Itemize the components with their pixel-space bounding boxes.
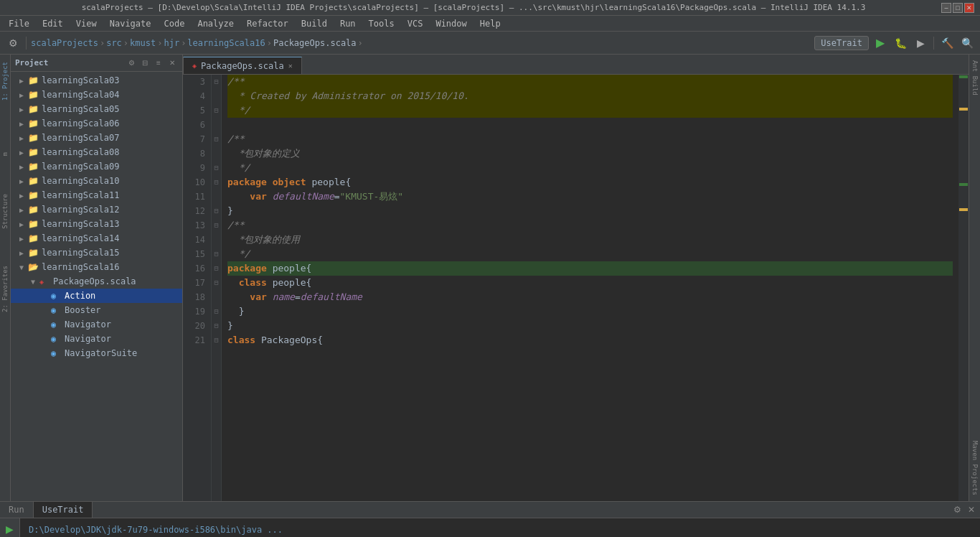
- run-button[interactable]: ▶: [872, 34, 889, 52]
- project-close-btn[interactable]: ✕: [166, 57, 178, 69]
- tab-label: PackageOps.scala: [201, 61, 284, 71]
- bottom-tab-run[interactable]: Run: [0, 502, 34, 518]
- tree-item-action-label: Action: [65, 291, 95, 301]
- folder-icon: 📁: [28, 75, 39, 85]
- toolbar-search-btn[interactable]: 🔍: [958, 34, 976, 52]
- code-content[interactable]: /** * Created by Administrator on 2015/1…: [222, 75, 958, 501]
- main-area: 1: Project m Structure 2: Favorites Proj…: [0, 55, 980, 501]
- tree-item-navigator2[interactable]: ◉ Navigator: [11, 332, 182, 346]
- project-side-label[interactable]: 1: Project: [0, 57, 10, 105]
- folder-icon: 📁: [28, 104, 39, 114]
- tree-item-navigatorsuite[interactable]: ◉ NavigatorSuite: [11, 346, 182, 360]
- project-actions: ⚙ ⊟ ≡ ✕: [126, 57, 178, 69]
- menu-window[interactable]: Window: [430, 17, 472, 30]
- toolbar-settings-btn[interactable]: ⚙: [4, 34, 22, 52]
- sidebar-num2[interactable]: 2: Favorites: [0, 261, 10, 317]
- code-line-19: }: [227, 304, 953, 319]
- arrow-icon: ▼: [19, 263, 28, 271]
- arrow-icon: ▶: [19, 249, 28, 257]
- class-icon: ◉: [51, 291, 62, 301]
- folder-icon: 📁: [28, 190, 39, 200]
- maven-projects-label[interactable]: Maven Projects: [970, 435, 980, 501]
- menu-navigate[interactable]: Navigate: [104, 17, 157, 30]
- tree-item-navigator1[interactable]: ◉ Navigator: [11, 317, 182, 332]
- tree-item-learningScala06[interactable]: ▶ 📁 learningScala06: [11, 116, 182, 131]
- code-line-12: }: [227, 204, 953, 218]
- run-play-btn[interactable]: ▶: [2, 521, 18, 537]
- breadcrumb-src[interactable]: src: [106, 38, 122, 48]
- tree-item-learningScala03[interactable]: ▶ 📁 learningScala03: [11, 73, 182, 88]
- menu-vcs[interactable]: VCS: [402, 17, 429, 30]
- favorites-side-label[interactable]: Structure: [0, 190, 10, 233]
- debug-button[interactable]: 🐛: [892, 34, 909, 52]
- close-button[interactable]: ✕: [964, 3, 974, 13]
- tree-item-learningScala11[interactable]: ▶ 📁 learningScala11: [11, 188, 182, 202]
- fold-column: ⊟ ⊟ ⊟ ⊟ ⊟ ⊟ ⊟ ⊟ ⊟ ⊟ ⊟ ⊟ ⊟: [212, 75, 222, 501]
- menu-view[interactable]: View: [70, 17, 103, 30]
- menu-help[interactable]: Help: [474, 17, 507, 30]
- tree-item-packageops[interactable]: ▼ ◈ PackageOps.scala: [11, 274, 182, 289]
- project-settings-btn[interactable]: ≡: [153, 57, 164, 69]
- folder-icon: 📁: [28, 219, 39, 229]
- run-close-btn[interactable]: ✕: [966, 504, 977, 515]
- gutter-marker: [959, 75, 968, 78]
- project-tree: ▶ 📁 learningScala03 ▶ 📁 learningScala04 …: [11, 72, 182, 501]
- tree-item-learningScala10[interactable]: ▶ 📁 learningScala10: [11, 174, 182, 188]
- menu-run[interactable]: Run: [334, 17, 362, 30]
- class-icon: ◉: [51, 348, 62, 358]
- tree-item-learningScala12[interactable]: ▶ 📁 learningScala12: [11, 202, 182, 217]
- code-editor[interactable]: 3 4 5 6 7 8 9 10 11 12 13 14 15 16 17 18…: [183, 75, 969, 501]
- tree-item-learningScala15[interactable]: ▶ 📁 learningScala15: [11, 246, 182, 260]
- tree-item-learningScala05[interactable]: ▶ 📁 learningScala05: [11, 102, 182, 116]
- minimize-button[interactable]: –: [941, 3, 951, 13]
- maximize-button[interactable]: □: [953, 3, 963, 13]
- menu-refactor[interactable]: Refactor: [241, 17, 294, 30]
- breadcrumb-learningscala16[interactable]: learningScala16: [187, 38, 265, 48]
- folder-icon: 📁: [28, 162, 39, 172]
- ant-build-label[interactable]: Ant Build: [970, 55, 980, 101]
- tree-item-learningScala16[interactable]: ▼ 📂 learningScala16: [11, 260, 182, 274]
- menu-file[interactable]: File: [3, 17, 35, 30]
- menu-tools[interactable]: Tools: [363, 17, 400, 30]
- arrow-icon: ▶: [19, 134, 28, 142]
- tree-item-learningScala13[interactable]: ▶ 📁 learningScala13: [11, 217, 182, 231]
- code-line-9: */: [227, 161, 953, 175]
- class-icon: ◉: [51, 305, 62, 315]
- run-config-name[interactable]: UseTrait: [814, 36, 869, 50]
- breadcrumb: scalaProjects › src › kmust › hjr › lear…: [31, 38, 363, 48]
- breadcrumb-hjr[interactable]: hjr: [164, 38, 179, 48]
- run-settings-btn[interactable]: ⚙: [951, 504, 963, 515]
- project-collapse-btn[interactable]: ⊟: [139, 57, 151, 69]
- menu-code[interactable]: Code: [159, 17, 191, 30]
- bottom-tab-usetrait[interactable]: UseTrait: [34, 502, 93, 518]
- arrow-icon: ▶: [19, 163, 28, 171]
- tree-item-action[interactable]: ◉ Action: [11, 289, 182, 303]
- structure-side-label[interactable]: m: [0, 148, 10, 160]
- project-gear-btn[interactable]: ⚙: [126, 57, 137, 69]
- code-line-18: var name = defaultName: [227, 290, 953, 304]
- menu-edit[interactable]: Edit: [37, 17, 69, 30]
- tree-item-learningScala04[interactable]: ▶ 📁 learningScala04: [11, 88, 182, 102]
- tree-item-learningScala07[interactable]: ▶ 📁 learningScala07: [11, 131, 182, 145]
- menu-build[interactable]: Build: [296, 17, 333, 30]
- tree-item-learningScala09[interactable]: ▶ 📁 learningScala09: [11, 159, 182, 174]
- toolbar-build-btn[interactable]: 🔨: [938, 34, 956, 52]
- breadcrumb-project[interactable]: scalaProjects: [31, 38, 98, 48]
- breadcrumb-kmust[interactable]: kmust: [130, 38, 156, 48]
- tree-item-learningScala14[interactable]: ▶ 📁 learningScala14: [11, 231, 182, 246]
- run-output[interactable]: D:\Develop\JDK\jdk-7u79-windows-i586\bin…: [20, 518, 980, 537]
- code-line-16: package people {: [227, 261, 953, 276]
- right-gutter: [958, 75, 969, 501]
- tab-scala-icon: ◈: [192, 62, 197, 70]
- tab-close-icon[interactable]: ✕: [288, 62, 293, 70]
- menu-analyze[interactable]: Analyze: [192, 17, 240, 30]
- folder-icon: 📁: [28, 205, 39, 215]
- gutter-warning-marker: [959, 108, 968, 111]
- editor-tab-packageops[interactable]: ◈ PackageOps.scala ✕: [183, 57, 302, 74]
- arrow-icon: ▶: [19, 206, 28, 214]
- folder-icon: 📁: [28, 176, 39, 186]
- tree-item-booster[interactable]: ◉ Booster: [11, 303, 182, 317]
- java-path: D:\Develop\JDK\jdk-7u79-windows-i586\bin…: [29, 525, 283, 535]
- coverage-button[interactable]: ▶: [912, 34, 929, 52]
- tree-item-learningScala08[interactable]: ▶ 📁 learningScala08: [11, 145, 182, 159]
